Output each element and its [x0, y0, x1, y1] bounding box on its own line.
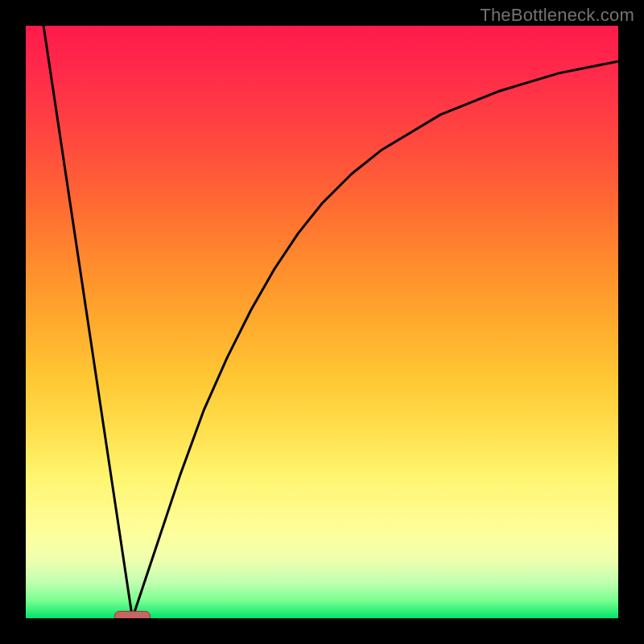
curve-overlay: [26, 26, 618, 618]
chart-frame: TheBottleneck.com: [0, 0, 644, 644]
bottleneck-curve: [43, 26, 618, 618]
plot-area: [26, 26, 618, 618]
min-marker: [114, 611, 150, 618]
watermark-text: TheBottleneck.com: [480, 5, 634, 26]
